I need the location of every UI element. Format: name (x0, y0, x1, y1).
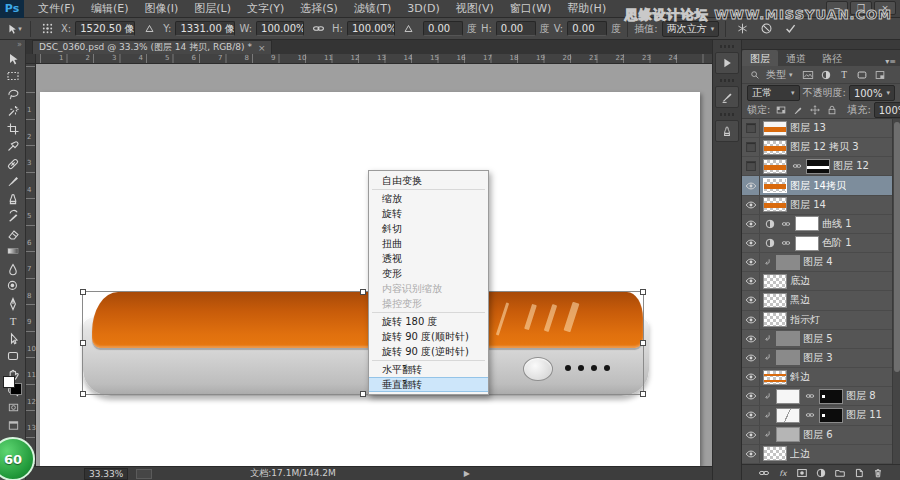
link-button[interactable] (758, 467, 770, 479)
close-button[interactable]: × (874, 1, 896, 15)
menu-3D(D)[interactable]: 3D(D) (399, 0, 448, 18)
context-menu-item-斜切[interactable]: 斜切 (369, 221, 488, 236)
layer-row-上边[interactable]: 上边 (742, 445, 900, 464)
context-menu-item-变形[interactable]: 变形 (369, 266, 488, 281)
zoom-level-field[interactable]: 33.33% (84, 468, 128, 480)
transform-handle[interactable] (360, 391, 366, 397)
quick-mask-icon[interactable] (0, 400, 26, 414)
visibility-toggle[interactable] (742, 445, 760, 463)
restore-button[interactable]: ❐ (850, 1, 872, 15)
layer-name[interactable]: 图层 11 (846, 408, 882, 422)
crop-tool[interactable] (0, 120, 26, 138)
context-menu-item-缩放[interactable]: 缩放 (369, 191, 488, 206)
visibility-toggle[interactable] (742, 119, 760, 137)
transform-handle[interactable] (640, 289, 646, 295)
interpolation-select[interactable]: 两次立方 ▾ (662, 21, 720, 37)
layer-name[interactable]: 图层 13 (790, 121, 826, 135)
menu-窗口(W)[interactable]: 窗口(W) (502, 0, 559, 18)
tool-preset-icon[interactable]: ▾ (4, 20, 24, 38)
dock-panel-play[interactable] (715, 52, 739, 74)
dodge-tool[interactable] (0, 278, 26, 296)
magic-wand-tool[interactable] (0, 103, 26, 121)
layer-name[interactable]: 图层 14拷贝 (790, 179, 846, 193)
visibility-toggle[interactable] (742, 426, 760, 444)
filter-smart-button[interactable] (872, 68, 888, 82)
visibility-toggle[interactable] (742, 330, 760, 348)
layer-row-图层 14拷贝[interactable]: 图层 14拷贝 (742, 176, 900, 195)
panel-tab-通道[interactable]: 通道 (778, 50, 814, 66)
layers-scrollbar[interactable] (892, 119, 900, 464)
link-dimensions-icon[interactable] (308, 20, 328, 38)
adjustment-button[interactable] (815, 467, 827, 479)
layer-name[interactable]: 图层 14 (790, 198, 826, 212)
menu-选择(S)[interactable]: 选择(S) (292, 0, 346, 18)
visibility-toggle[interactable] (742, 234, 760, 252)
commit-transform-icon[interactable] (780, 20, 800, 38)
context-menu-item-垂直翻转[interactable]: 垂直翻转 (369, 377, 488, 392)
visibility-toggle[interactable] (742, 176, 760, 194)
vskew-input[interactable]: 0.00 (567, 21, 607, 36)
layer-row-图层 8[interactable]: 图层 8 (742, 387, 900, 406)
layer-row-指示灯[interactable]: 指示灯 (742, 311, 900, 330)
transform-handle[interactable] (640, 340, 646, 346)
layer-name[interactable]: 底边 (790, 274, 810, 288)
healing-brush-tool[interactable] (0, 155, 26, 173)
lasso-tool[interactable] (0, 85, 26, 103)
filter-type-button[interactable]: T (836, 68, 852, 82)
w-input[interactable]: 100.00% (256, 21, 304, 36)
layer-row-图层 11[interactable]: 图层 11 (742, 406, 900, 425)
type-tool[interactable]: T (0, 313, 26, 331)
filter-adjustment-button[interactable] (818, 68, 834, 82)
fill-input[interactable]: 100% ▾ (874, 102, 900, 118)
transform-handle[interactable] (80, 391, 86, 397)
layer-name[interactable]: 图层 12 拷贝 3 (790, 140, 859, 154)
hskew-input[interactable]: 0.00 (496, 21, 536, 36)
delta-icon[interactable] (139, 20, 159, 38)
layer-name[interactable]: 黑边 (790, 293, 810, 307)
layer-row-图层 13[interactable]: 图层 13 (742, 119, 900, 138)
eyedropper-tool[interactable] (0, 138, 26, 156)
panel-tab-图层[interactable]: 图层 (742, 50, 778, 66)
menu-编辑(E)[interactable]: 编辑(E) (83, 0, 137, 18)
layer-row-图层 4[interactable]: 图层 4 (742, 253, 900, 272)
layer-name[interactable]: 图层 3 (803, 351, 833, 365)
canvas-area[interactable]: 自由变换缩放旋转斜切扭曲透视变形内容识别缩放操控变形旋转 180 度旋转 90 … (36, 64, 712, 466)
visibility-toggle[interactable] (742, 406, 760, 424)
clone-stamp-tool[interactable] (0, 190, 26, 208)
filter-shape-button[interactable] (854, 68, 870, 82)
move-tool[interactable] (0, 50, 26, 68)
menu-滤镜(T)[interactable]: 滤镜(T) (346, 0, 399, 18)
lock-transparent-button[interactable] (773, 103, 789, 117)
visibility-toggle[interactable] (742, 215, 760, 233)
lock-brush-button[interactable] (790, 103, 806, 117)
h-input[interactable]: 100.00% (347, 21, 395, 36)
marquee-tool[interactable] (0, 68, 26, 86)
minimize-button[interactable]: − (826, 1, 848, 15)
visibility-toggle[interactable] (742, 157, 760, 175)
context-menu-item-水平翻转[interactable]: 水平翻转 (369, 362, 488, 377)
context-menu-item-旋转 90 度(顺时针)[interactable]: 旋转 90 度(顺时针) (369, 329, 488, 344)
shape-tool[interactable] (0, 348, 26, 366)
path-select-tool[interactable] (0, 330, 26, 348)
layer-name[interactable]: 斜边 (790, 370, 810, 384)
layer-row-色阶 1[interactable]: 色阶 1 (742, 234, 900, 253)
transform-handle[interactable] (80, 340, 86, 346)
opacity-input[interactable]: 100% ▾ (849, 85, 895, 101)
context-menu-item-自由变换[interactable]: 自由变换 (369, 173, 488, 188)
layer-row-图层 6[interactable]: 图层 6 (742, 426, 900, 445)
visibility-toggle[interactable] (742, 196, 760, 214)
context-menu-item-旋转[interactable]: 旋转 (369, 206, 488, 221)
tab-close-icon[interactable]: × (258, 43, 266, 53)
transform-handle[interactable] (360, 289, 366, 295)
layer-name[interactable]: 图层 6 (803, 428, 833, 442)
visibility-toggle[interactable] (742, 311, 760, 329)
filter-image-button[interactable] (800, 68, 816, 82)
transform-handle[interactable] (640, 391, 646, 397)
layer-row-图层 3[interactable]: 图层 3 (742, 349, 900, 368)
angle-input[interactable]: 0.00 (423, 21, 463, 36)
layer-name[interactable]: 图层 4 (803, 255, 833, 269)
menu-视图(V)[interactable]: 视图(V) (448, 0, 502, 18)
eraser-tool[interactable] (0, 225, 26, 243)
visibility-toggle[interactable] (742, 291, 760, 309)
menu-文件(F)[interactable]: 文件(F) (30, 0, 83, 18)
